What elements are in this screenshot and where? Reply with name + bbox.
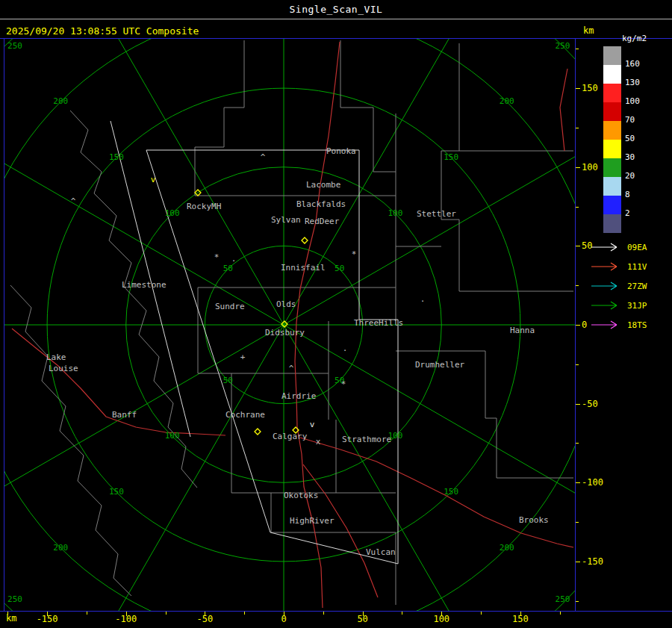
city-label: Olds [276, 299, 296, 309]
city-label: RockyMH [187, 202, 221, 211]
point-marker: ^ [261, 152, 266, 162]
colorbar-threshold-label: 50 [625, 134, 635, 143]
range-ring-label: 100 [165, 431, 180, 441]
city-label: Strathmore [342, 435, 391, 444]
radar-site-id: 09EA [627, 243, 647, 252]
y-axis-tick-label: 150 [582, 83, 598, 93]
range-ring-label: 150 [444, 152, 458, 162]
y-axis-tick [576, 482, 580, 483]
colorbar-threshold-label: 100 [625, 96, 640, 106]
highway-line [560, 69, 567, 151]
radar-site-id: 111V [627, 262, 647, 272]
city-label: ThreeHills [354, 318, 403, 328]
radar-map-canvas: 5050505010010010010015015015015020020020… [4, 39, 575, 611]
point-marker: + [240, 352, 246, 362]
colorbar-level [603, 196, 621, 214]
range-ring-label: 50 [223, 376, 233, 385]
x-axis-tick [520, 612, 521, 616]
colorbar-threshold-label: 8 [625, 190, 630, 199]
x-axis-tick [205, 612, 205, 616]
city-label: Banff [112, 410, 137, 420]
x-axis-tick [363, 612, 364, 616]
x-axis-tick [47, 612, 48, 616]
range-ring-label: 150 [109, 152, 124, 162]
colorbar-threshold-label: 130 [625, 78, 640, 87]
radar-site-row: 09EA [590, 237, 647, 257]
colorbar-level [603, 46, 621, 65]
y-axis-tick [576, 325, 580, 326]
range-ring-label: 250 [556, 594, 570, 604]
y-axis-tick [576, 522, 579, 523]
window-title: Single_Scan_VIL [290, 4, 383, 15]
point-marker: . [420, 294, 426, 304]
city-label: Didsbury [265, 328, 305, 338]
range-ring-label: 200 [53, 96, 68, 106]
radar-site-id: 31JP [627, 301, 647, 311]
y-axis-tick-label: -150 [582, 556, 603, 567]
county-boundary [195, 40, 244, 196]
x-axis-tick [244, 612, 245, 615]
y-axis-tick-label: -50 [582, 399, 598, 409]
timestamp-label: 2025/09/20 13:08:55 UTC Composite [6, 25, 199, 37]
city-label: Airdrie [281, 391, 316, 401]
y-axis-tick-label: -100 [582, 477, 603, 488]
y-axis-tick [576, 562, 580, 562]
x-axis-tick [441, 612, 442, 616]
city-label: Sylvan [271, 215, 301, 225]
city-marker-diamond [302, 237, 308, 243]
colorbar-threshold-label: 70 [625, 115, 635, 125]
point-marker: . [231, 254, 237, 264]
city-label: Blackfalds [296, 199, 346, 209]
radar-site-id: 27ZW [627, 282, 647, 291]
x-axis-tick [126, 612, 127, 616]
colorbar-level [603, 177, 621, 196]
scan-area-outline [111, 121, 190, 437]
point-marker: * [214, 252, 220, 262]
range-ring-label: 100 [388, 208, 402, 218]
radar-arrow-icon [590, 243, 623, 252]
radar-site-legend: 09EA111V27ZW31JP18TS [590, 237, 647, 335]
y-axis-tick [576, 207, 579, 208]
y-axis-tick-label: 100 [582, 162, 598, 172]
point-marker: x [316, 437, 321, 447]
point-marker: ^ [71, 196, 76, 206]
x-axis-unit-label: km [6, 613, 16, 624]
city-label: HighRiver [290, 516, 335, 526]
colorbar-level [603, 84, 621, 102]
colorbar-threshold-label: 20 [625, 171, 635, 181]
colorbar-threshold-label: 160 [625, 59, 640, 69]
y-axis-tick [576, 128, 579, 128]
city-label: Lacombe [306, 180, 340, 190]
x-axis-tick [402, 612, 402, 615]
point-marker: v [151, 175, 156, 184]
radar-site-row: 18TS [590, 315, 647, 335]
point-marker: * [352, 249, 357, 259]
point-marker: v [310, 420, 315, 429]
x-axis-tick [481, 612, 482, 615]
y-axis-tick [576, 601, 579, 602]
city-label: Brooks [519, 515, 549, 525]
radar-app-window: Single_Scan_VIL 2025/09/20 13:08:55 UTC … [0, 0, 672, 628]
colorbar-level [603, 65, 621, 84]
city-label: Vulcan [366, 547, 396, 557]
colorbar-level [603, 102, 621, 121]
colorbar-level [603, 158, 621, 177]
colorbar-level [603, 140, 621, 158]
city-label: Innisfail [281, 263, 326, 273]
city-label: Calgary [273, 432, 308, 441]
county-boundary [441, 43, 459, 291]
colorbar-threshold-label: 30 [625, 152, 635, 162]
y-axis-tick [576, 443, 579, 444]
city-label: Sundre [215, 302, 245, 311]
title-bar: Single_Scan_VIL [0, 4, 672, 15]
range-ring-label: 250 [7, 594, 22, 604]
city-label: Drumheller [415, 360, 465, 370]
colorbar-unit-label: kg/m2 [622, 34, 647, 43]
colorbar-threshold-label: 2 [625, 208, 630, 218]
range-ring-label: 50 [335, 264, 344, 273]
city-label: Stettler [417, 209, 456, 219]
county-boundary [231, 373, 271, 532]
point-marker: ^ [289, 364, 294, 373]
radar-arrow-icon [590, 320, 623, 329]
city-label: Ponoka [326, 146, 356, 156]
